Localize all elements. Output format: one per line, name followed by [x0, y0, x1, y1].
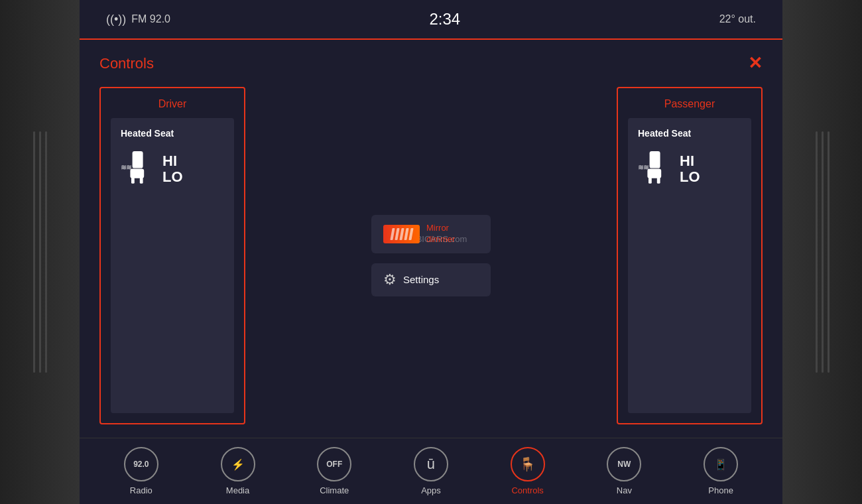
passenger-heated-seat-label: Heated Seat — [638, 128, 691, 139]
nav-circle-navigation: NW — [607, 447, 641, 481]
temperature-display: 22° out. — [719, 13, 756, 25]
main-screen: ((•)) FM 92.0 2:34 22° out. Controls ✕ D… — [80, 0, 782, 504]
passenger-lo-label[interactable]: LO — [680, 169, 700, 185]
close-button[interactable]: ✕ — [748, 53, 763, 74]
climate-nav-icon: OFF — [326, 460, 342, 469]
controls-nav-icon: 🪑 — [519, 456, 536, 472]
nav-item-media[interactable]: ⚡ Media — [221, 447, 255, 495]
settings-label: Settings — [403, 274, 439, 285]
radio-nav-label: Radio — [130, 485, 153, 495]
passenger-seat-control-box: Heated Seat ≋ ≋ — [628, 118, 751, 413]
passenger-seat-panel[interactable]: Passenger Heated Seat ≋ ≋ — [617, 87, 763, 424]
seats-row: Driver Heated Seat ≋ ≋ — [99, 87, 763, 424]
driver-seat-control-box: Heated Seat ≋ ≋ — [111, 118, 234, 413]
svg-rect-3 — [130, 168, 144, 178]
radio-signal-icon: ((•)) — [106, 13, 126, 27]
nav-item-apps[interactable]: ū Apps — [414, 447, 448, 495]
status-bar: ((•)) FM 92.0 2:34 22° out. — [80, 0, 782, 40]
svg-rect-5 — [140, 177, 143, 184]
driver-seat-bottom: ≋ ≋ — [121, 149, 224, 190]
svg-rect-11 — [657, 177, 660, 184]
driver-lo-label[interactable]: LO — [162, 169, 183, 185]
main-content-area: Controls ✕ Driver Heated Seat — [80, 40, 782, 438]
svg-rect-2 — [133, 151, 143, 168]
left-vent-panel — [0, 0, 80, 504]
controls-header: Controls ✕ — [99, 53, 763, 74]
radio-nav-icon: 92.0 — [133, 460, 149, 469]
settings-gear-icon: ⚙ — [383, 271, 397, 288]
driver-hi-label[interactable]: HI — [162, 153, 183, 169]
svg-rect-8 — [650, 151, 660, 168]
apps-nav-label: Apps — [421, 485, 441, 495]
nav-circle-apps: ū — [414, 447, 448, 481]
climate-nav-label: Climate — [320, 485, 349, 495]
controls-title: Controls — [99, 55, 154, 72]
driver-hi-lo-stack: HI LO — [162, 153, 183, 185]
driver-seat-icon: ≋ ≋ — [121, 149, 153, 190]
svg-rect-10 — [648, 177, 652, 184]
svg-rect-4 — [131, 177, 135, 184]
media-nav-label: Media — [226, 485, 249, 495]
nav-item-climate[interactable]: OFF Climate — [317, 447, 351, 495]
driver-panel-title: Driver — [158, 98, 187, 110]
nav-item-radio[interactable]: 92.0 Radio — [124, 447, 158, 495]
settings-button[interactable]: ⚙ Settings — [371, 263, 491, 296]
driver-seat-panel[interactable]: Driver Heated Seat ≋ ≋ — [99, 87, 245, 424]
nav-circle-phone: 📱 — [704, 447, 738, 481]
mirror-icon — [383, 225, 420, 243]
nav-item-phone[interactable]: 📱 Phone — [704, 447, 738, 495]
phone-nav-label: Phone — [708, 485, 733, 495]
driver-heated-seat-label: Heated Seat — [121, 128, 174, 139]
radio-label: FM 92.0 — [131, 13, 170, 25]
car-infotainment-frame: ((•)) FM 92.0 2:34 22° out. Controls ✕ D… — [0, 0, 862, 504]
controls-nav-label: Controls — [511, 485, 543, 495]
nav-circle-media: ⚡ — [221, 447, 255, 481]
nav-circle-radio: 92.0 — [124, 447, 158, 481]
right-vent-panel — [782, 0, 862, 504]
nav-item-navigation[interactable]: NW Nav — [607, 447, 641, 495]
navigation-nav-icon: NW — [617, 460, 631, 469]
middle-column: © DUBICARS.com — [259, 87, 603, 424]
media-nav-icon: ⚡ — [231, 458, 245, 471]
phone-nav-icon: 📱 — [714, 458, 727, 471]
passenger-hi-label[interactable]: HI — [680, 153, 700, 169]
apps-nav-icon: ū — [427, 456, 435, 473]
navigation-nav-label: Nav — [617, 485, 632, 495]
passenger-seat-bottom: ≋ ≋ HI LO — [638, 149, 741, 190]
left-vent-lines — [33, 101, 47, 403]
passenger-hi-lo-stack: HI LO — [680, 153, 700, 185]
nav-circle-controls: 🪑 — [511, 447, 545, 481]
passenger-panel-title: Passenger — [664, 98, 715, 110]
svg-rect-9 — [647, 168, 661, 178]
right-vent-lines — [816, 101, 830, 403]
nav-item-controls[interactable]: 🪑 Controls — [511, 447, 545, 495]
radio-status: ((•)) FM 92.0 — [106, 13, 170, 27]
nav-bar: 92.0 Radio ⚡ Media OFF Climate — [80, 438, 782, 504]
passenger-seat-icon: ≋ ≋ — [638, 149, 670, 190]
nav-circle-climate: OFF — [317, 447, 351, 481]
clock-display: 2:34 — [429, 10, 460, 29]
